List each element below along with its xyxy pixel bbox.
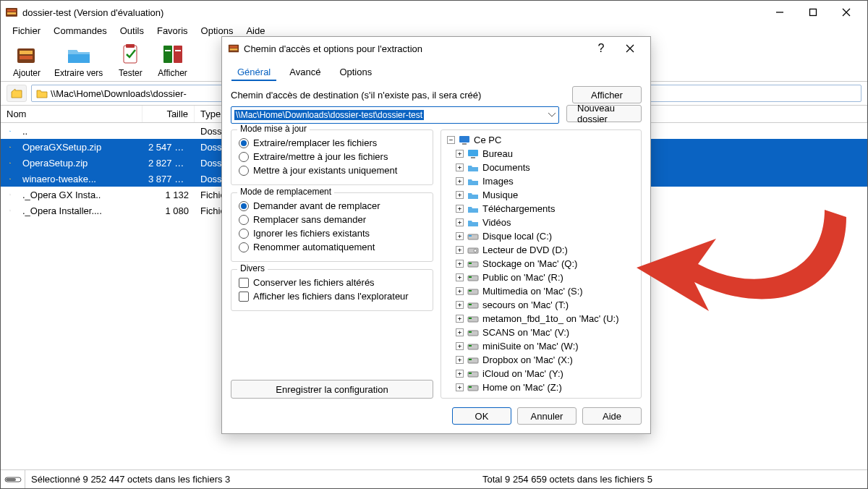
ok-button[interactable]: OK bbox=[452, 407, 511, 425]
status-bar: Sélectionné 9 252 447 octets dans les fi… bbox=[1, 469, 867, 488]
radio-option[interactable]: Extraire/mettre à jour les fichiers bbox=[239, 150, 425, 163]
tree-item[interactable]: +Lecteur de DVD (D:) bbox=[443, 243, 639, 257]
svg-rect-8 bbox=[20, 51, 33, 54]
expand-icon[interactable]: + bbox=[456, 177, 464, 185]
toolbar-extract[interactable]: Extraire vers bbox=[54, 42, 103, 78]
toolbar-view[interactable]: Afficher bbox=[158, 42, 187, 78]
tree-item[interactable]: +Dropbox on 'Mac' (X:) bbox=[443, 353, 639, 367]
tree-label: iCloud on 'Mac' (Y:) bbox=[482, 368, 563, 379]
tree-item[interactable]: +iCloud on 'Mac' (Y:) bbox=[443, 367, 639, 380]
menu-fichier[interactable]: Fichier bbox=[7, 24, 46, 38]
radio-option[interactable]: Renommer automatiquement bbox=[239, 240, 425, 254]
radio-option[interactable]: Mettre à jour existants uniquement bbox=[239, 163, 425, 177]
tab-avancé[interactable]: Avancé bbox=[280, 63, 330, 80]
radio-option[interactable]: Extraire/remplacer les fichiers bbox=[239, 136, 425, 150]
expand-icon[interactable]: + bbox=[456, 205, 464, 213]
menu-outils[interactable]: Outils bbox=[114, 24, 150, 38]
folder-tree[interactable]: −Ce PC+Bureau+Documents+Images+Musique+T… bbox=[441, 129, 642, 399]
tree-item[interactable]: +Documents bbox=[443, 161, 639, 174]
tree-item[interactable]: +Disque local (C:) bbox=[443, 229, 639, 243]
checkbox-icon bbox=[239, 292, 249, 302]
tree-item[interactable]: +miniSuite on 'Mac' (W:) bbox=[443, 339, 639, 353]
expand-icon[interactable]: + bbox=[456, 218, 464, 226]
help-button[interactable]: ? bbox=[587, 38, 616, 59]
radio-option[interactable]: Ignorer les fichiers existants bbox=[239, 226, 425, 240]
window-title: dossier-test (Version d'évaluation) bbox=[22, 7, 163, 18]
expand-icon[interactable]: + bbox=[456, 301, 464, 309]
save-config-button[interactable]: Enregistrer la configuration bbox=[231, 380, 433, 399]
folder-icon bbox=[467, 177, 480, 187]
expand-icon[interactable]: + bbox=[456, 246, 464, 254]
tree-item[interactable]: +Bureau bbox=[443, 147, 639, 161]
checkbox-option[interactable]: Afficher les fichiers dans l'explorateur bbox=[239, 289, 425, 303]
extract-icon bbox=[64, 42, 93, 67]
dest-path-combo[interactable]: \\Mac\Home\Downloads\dossier-test\dossie… bbox=[231, 106, 559, 124]
tree-item[interactable]: +Images bbox=[443, 174, 639, 188]
expand-icon[interactable]: + bbox=[456, 260, 464, 268]
collapse-icon[interactable]: − bbox=[447, 136, 455, 144]
tree-item[interactable]: +metamon_fbd_1to_ on 'Mac' (U:) bbox=[443, 312, 639, 326]
expand-icon[interactable]: + bbox=[456, 163, 464, 171]
folder-icon bbox=[467, 190, 480, 200]
cancel-button[interactable]: Annuler bbox=[517, 407, 576, 425]
tree-item[interactable]: +Public on 'Mac' (R:) bbox=[443, 271, 639, 284]
column-name[interactable]: Nom bbox=[1, 106, 142, 122]
tree-item[interactable]: +Musique bbox=[443, 188, 639, 202]
show-button[interactable]: Afficher bbox=[572, 86, 642, 103]
dialog-footer: OK Annuler Aide bbox=[222, 399, 650, 433]
toolbar-add[interactable]: Ajouter bbox=[12, 42, 41, 78]
tab-options[interactable]: Options bbox=[330, 63, 381, 80]
radio-label: Remplacer sans demander bbox=[253, 214, 366, 225]
expand-icon[interactable]: + bbox=[456, 342, 464, 350]
expand-icon[interactable]: + bbox=[456, 273, 464, 281]
expand-icon[interactable]: + bbox=[456, 287, 464, 295]
new-folder-button[interactable]: Nouveau dossier bbox=[566, 105, 642, 122]
expand-icon[interactable]: + bbox=[456, 232, 464, 240]
expand-icon[interactable]: + bbox=[456, 370, 464, 378]
cell-name: ._Opera GX Insta.. bbox=[17, 190, 142, 200]
file-icon bbox=[4, 205, 17, 216]
menu-commandes[interactable]: Commandes bbox=[48, 24, 113, 38]
dialog-title: Chemin d'accès et options pour l'extract… bbox=[244, 43, 422, 54]
expand-icon[interactable]: + bbox=[456, 315, 464, 323]
svg-rect-15 bbox=[175, 50, 181, 51]
radio-option[interactable]: Remplacer sans demander bbox=[239, 213, 425, 226]
maximize-button[interactable] bbox=[796, 1, 830, 23]
close-button[interactable] bbox=[830, 1, 863, 23]
tree-item[interactable]: +Vidéos bbox=[443, 216, 639, 229]
checkbox-option[interactable]: Conserver les fichiers altérés bbox=[239, 276, 425, 289]
svg-rect-43 bbox=[469, 318, 472, 319]
tree-item[interactable]: +Home on 'Mac' (Z:) bbox=[443, 380, 639, 394]
menu-favoris[interactable]: Favoris bbox=[151, 24, 194, 38]
tree-item[interactable]: +Multimedia on 'Mac' (S:) bbox=[443, 284, 639, 298]
svg-rect-39 bbox=[469, 290, 472, 292]
expand-icon[interactable]: + bbox=[456, 328, 464, 336]
minimize-button[interactable] bbox=[763, 1, 796, 23]
close-button[interactable] bbox=[616, 38, 644, 59]
checkbox-label: Conserver les fichiers altérés bbox=[253, 277, 375, 288]
expand-icon[interactable]: + bbox=[456, 150, 464, 158]
svg-rect-45 bbox=[469, 331, 472, 333]
toolbar-test[interactable]: Tester bbox=[116, 42, 145, 78]
winrar-icon bbox=[5, 6, 18, 19]
up-button[interactable] bbox=[7, 85, 27, 102]
radio-option[interactable]: Demander avant de remplacer bbox=[239, 199, 425, 213]
svg-rect-10 bbox=[124, 46, 137, 63]
dvd-icon bbox=[467, 245, 480, 255]
toolbar-label: Afficher bbox=[158, 68, 187, 78]
expand-icon[interactable]: + bbox=[456, 191, 464, 199]
svg-rect-20 bbox=[6, 478, 16, 481]
expand-icon[interactable]: + bbox=[456, 383, 464, 391]
tree-root[interactable]: −Ce PC bbox=[443, 133, 639, 147]
help-button[interactable]: Aide bbox=[582, 407, 642, 425]
tree-item[interactable]: +secours on 'Mac' (T:) bbox=[443, 298, 639, 312]
tree-item[interactable]: +SCANS on 'Mac' (V:) bbox=[443, 326, 639, 339]
svg-rect-1 bbox=[7, 9, 16, 12]
expand-icon[interactable]: + bbox=[456, 356, 464, 364]
tree-item[interactable]: +Stockage on 'Mac' (Q:) bbox=[443, 257, 639, 271]
tree-label: Vidéos bbox=[482, 217, 511, 228]
column-size[interactable]: Taille bbox=[142, 106, 195, 122]
tree-item[interactable]: +Téléchargements bbox=[443, 202, 639, 216]
tree-label: Home on 'Mac' (Z:) bbox=[482, 382, 562, 393]
tab-général[interactable]: Général bbox=[228, 63, 280, 80]
